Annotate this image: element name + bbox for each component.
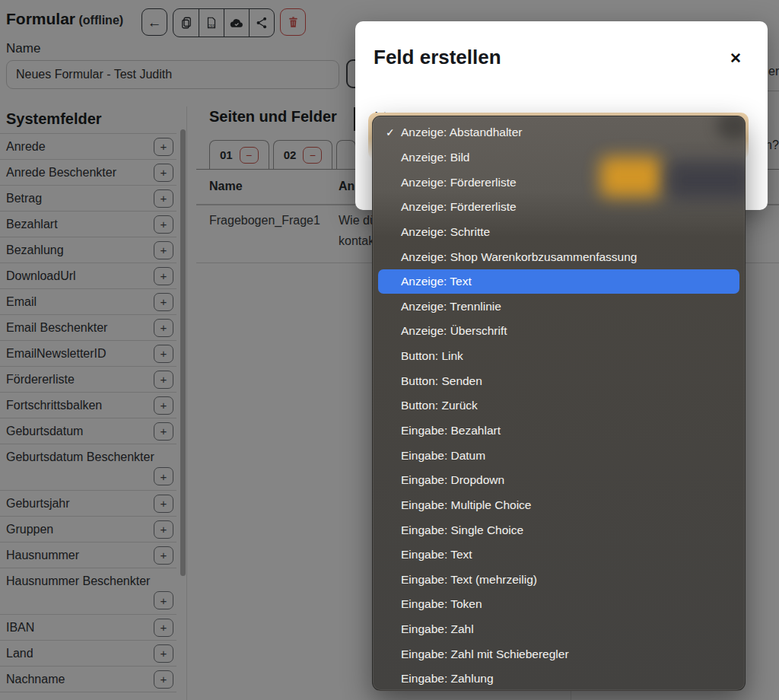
dropdown-option[interactable]: Anzeige: Fördererliste: [378, 195, 739, 220]
dropdown-option[interactable]: Anzeige: Trennlinie: [378, 294, 739, 319]
dropdown-option[interactable]: Eingabe: Datum: [378, 443, 739, 468]
dropdown-option-label: Eingabe: Text: [401, 548, 472, 562]
dropdown-option-label: Anzeige: Schritte: [401, 225, 490, 239]
art-dropdown-menu: ✓ Anzeige: Abstandhalter Anzeige: Bild A…: [372, 116, 746, 691]
dropdown-option-label: Button: Link: [401, 349, 463, 363]
dropdown-option-label: Button: Zurück: [401, 399, 478, 412]
dropdown-option-label: Anzeige: Abstandhalter: [401, 126, 522, 139]
dropdown-option-label: Eingabe: Zahlung: [401, 672, 494, 686]
dropdown-option[interactable]: Anzeige: Fördererliste: [378, 170, 739, 195]
dropdown-option[interactable]: Eingabe: Text: [378, 542, 739, 568]
dropdown-option-label: Eingabe: Single Choice: [401, 523, 523, 537]
dropdown-option[interactable]: Eingabe: Zahlung: [378, 667, 739, 691]
dropdown-option-label: Eingabe: Zahl: [401, 622, 474, 636]
dropdown-option-label: Eingabe: Multiple Choice: [401, 498, 531, 512]
dropdown-option-label: Anzeige: Shop Warenkorbzusammenfassung: [401, 250, 637, 264]
modal-close-button[interactable]: ✕: [725, 50, 746, 66]
dropdown-option[interactable]: Anzeige: Bild: [378, 145, 739, 170]
dropdown-option[interactable]: Eingabe: Multiple Choice: [378, 493, 739, 518]
dropdown-option[interactable]: Anzeige: Schritte: [378, 220, 739, 245]
dropdown-option-label: Eingabe: Zahl mit Schieberegler: [401, 648, 569, 661]
dropdown-option[interactable]: Eingabe: Zahl mit Schieberegler: [378, 641, 739, 667]
dropdown-option[interactable]: Button: Link: [378, 344, 739, 369]
dropdown-options-list: ✓ Anzeige: Abstandhalter Anzeige: Bild A…: [373, 120, 745, 691]
dropdown-option-label: Anzeige: Fördererliste: [401, 176, 517, 189]
dropdown-option[interactable]: Button: Senden: [378, 368, 739, 393]
dropdown-option-label: Anzeige: Bild: [401, 151, 469, 164]
dropdown-option[interactable]: Eingabe: Bezahlart: [378, 418, 739, 444]
dropdown-option-label: Anzeige: Trennlinie: [401, 300, 501, 313]
dropdown-option[interactable]: Eingabe: Zahl: [378, 617, 739, 642]
dropdown-option[interactable]: Eingabe: Text (mehrzeilig): [378, 568, 739, 593]
dropdown-option-label: Eingabe: Text (mehrzeilig): [401, 573, 537, 587]
dropdown-option-label: Eingabe: Dropdown: [401, 473, 504, 487]
dropdown-option[interactable]: ✓ Anzeige: Abstandhalter: [378, 120, 739, 145]
dropdown-option-label: Eingabe: Token: [401, 597, 482, 611]
modal-title: Feld erstellen: [374, 46, 501, 69]
dropdown-option[interactable]: Anzeige: Text: [378, 269, 739, 294]
dropdown-option-label: Anzeige: Fördererliste: [401, 200, 517, 214]
dropdown-option[interactable]: Button: Zurück: [378, 393, 739, 418]
dropdown-option[interactable]: Eingabe: Single Choice: [378, 517, 739, 542]
dropdown-option-label: Anzeige: Überschrift: [401, 324, 507, 338]
dropdown-option-label: Button: Senden: [401, 374, 482, 388]
checkmark-icon: ✓: [386, 120, 395, 145]
dropdown-option[interactable]: Anzeige: Überschrift: [378, 319, 739, 344]
dropdown-option[interactable]: Eingabe: Dropdown: [378, 468, 739, 493]
dropdown-option[interactable]: Anzeige: Shop Warenkorbzusammenfassung: [378, 244, 739, 269]
dropdown-option[interactable]: Eingabe: Token: [378, 592, 739, 617]
dropdown-option-label: Eingabe: Bezahlart: [401, 424, 501, 438]
dropdown-option-label: Anzeige: Text: [401, 275, 472, 288]
dropdown-option-label: Eingabe: Datum: [401, 449, 485, 463]
